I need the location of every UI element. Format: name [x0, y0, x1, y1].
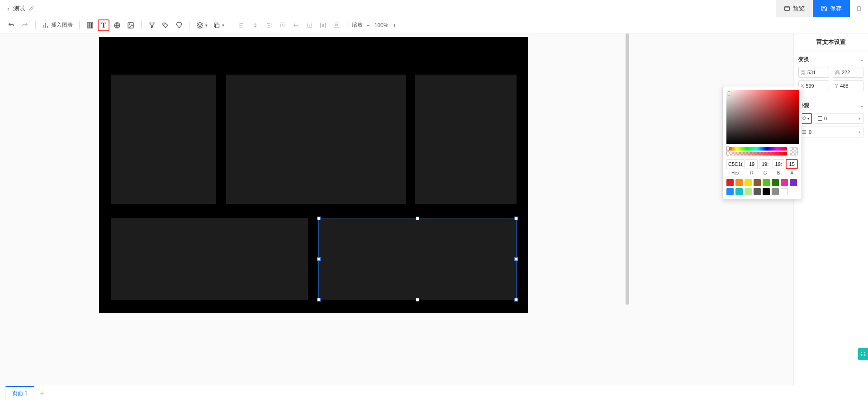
color-swatch[interactable] — [763, 179, 770, 186]
resize-handle[interactable] — [514, 298, 518, 302]
color-swatch[interactable] — [735, 188, 743, 195]
insert-chart-button[interactable]: 插入图表 — [40, 19, 75, 31]
image-tool-button[interactable] — [125, 19, 137, 31]
shape-tool-button[interactable] — [173, 19, 185, 31]
resize-handle[interactable] — [416, 217, 419, 220]
toolbar: 插入图表 T ▾ ▾ 缩放 − 100% + — [0, 17, 868, 33]
redo-button[interactable] — [19, 19, 31, 31]
canvas[interactable] — [99, 37, 528, 313]
color-swatch-none[interactable] — [781, 188, 788, 195]
alpha-thumb[interactable] — [726, 151, 729, 156]
align-right-button[interactable] — [263, 19, 275, 31]
color-gradient[interactable] — [726, 90, 799, 144]
chevron-down-icon[interactable]: ⌄ — [860, 57, 863, 62]
transform-section: 变换 ⌄ 宽 高 X Y — [794, 51, 868, 97]
back-icon[interactable]: ‹ — [7, 5, 9, 12]
right-panel: 富文本设置 变换 ⌄ 宽 高 X Y 外观 ⌄ ▾ 0 ▾ — [793, 33, 868, 401]
width-input[interactable] — [807, 70, 827, 75]
y-input[interactable] — [840, 83, 861, 89]
tag-tool-button[interactable] — [160, 19, 171, 31]
canvas-element[interactable] — [111, 75, 216, 204]
edit-title-icon[interactable] — [28, 6, 34, 11]
help-button[interactable] — [858, 348, 868, 360]
color-swatch[interactable] — [726, 188, 734, 195]
alpha-slider[interactable] — [726, 152, 787, 156]
device-button[interactable] — [850, 0, 868, 17]
svg-rect-2 — [87, 23, 89, 28]
hue-slider[interactable] — [726, 147, 787, 151]
header-right: 预览 保存 — [776, 0, 868, 17]
a-input[interactable] — [786, 159, 798, 169]
zoom-out-button[interactable]: − — [366, 22, 370, 28]
grid-tool-button[interactable] — [84, 19, 96, 31]
align-bottom-button[interactable] — [304, 19, 315, 31]
distribute-v-button[interactable] — [331, 19, 342, 31]
height-input-wrap[interactable]: 高 — [833, 67, 863, 78]
color-swatch[interactable] — [754, 179, 761, 186]
copy-button[interactable]: ▾ — [211, 19, 226, 31]
line-style-select[interactable]: 0 ▾ — [798, 127, 863, 137]
undo-button[interactable] — [5, 19, 17, 31]
canvas-element[interactable] — [415, 75, 517, 204]
zoom-label: 缩放 — [352, 21, 363, 29]
color-swatch[interactable] — [772, 188, 779, 195]
resize-handle[interactable] — [514, 257, 518, 261]
color-swatch[interactable] — [772, 179, 779, 186]
color-swatch[interactable] — [781, 179, 788, 186]
r-input[interactable] — [746, 159, 758, 169]
resize-handle[interactable] — [317, 257, 321, 261]
x-input[interactable] — [806, 83, 827, 89]
bottom-tabs: 页面 1 + — [0, 385, 868, 401]
preview-button[interactable]: 预览 — [776, 0, 813, 17]
color-cursor[interactable] — [727, 92, 731, 95]
canvas-element-selected[interactable] — [318, 218, 517, 300]
width-input-wrap[interactable]: 宽 — [798, 67, 829, 78]
color-swatch[interactable] — [726, 179, 734, 186]
color-swatch[interactable] — [763, 188, 770, 195]
resize-handle[interactable] — [317, 298, 321, 302]
web-tool-button[interactable] — [111, 19, 123, 31]
align-center-h-button[interactable] — [249, 19, 261, 31]
add-page-button[interactable]: + — [36, 387, 48, 399]
g-input[interactable] — [759, 159, 771, 169]
color-swatch[interactable] — [745, 188, 752, 195]
svg-rect-1 — [858, 6, 860, 11]
scrollbar[interactable] — [626, 33, 629, 305]
zoom-in-button[interactable]: + — [393, 22, 396, 28]
save-label: 保存 — [830, 5, 842, 13]
page-tab-1[interactable]: 页面 1 — [5, 386, 34, 400]
layers-button[interactable]: ▾ — [194, 19, 209, 31]
page-title: 测试 — [13, 5, 25, 13]
save-button[interactable]: 保存 — [813, 0, 850, 17]
filter-tool-button[interactable] — [146, 19, 158, 31]
resize-handle[interactable] — [416, 298, 419, 302]
text-tool-button[interactable]: T — [98, 19, 109, 31]
color-swatch[interactable] — [790, 179, 797, 186]
distribute-h-button[interactable] — [317, 19, 329, 31]
header: ‹ 测试 预览 保存 — [0, 0, 868, 17]
resize-handle[interactable] — [514, 217, 518, 220]
b-input[interactable] — [773, 159, 785, 169]
color-swatch[interactable] — [735, 179, 743, 186]
y-input-wrap[interactable]: Y — [833, 80, 863, 91]
canvas-element[interactable] — [111, 218, 308, 300]
color-swatch[interactable] — [754, 188, 761, 195]
canvas-element[interactable] — [226, 75, 406, 204]
hex-input[interactable] — [726, 159, 745, 169]
resize-handle[interactable] — [317, 217, 321, 220]
color-swatch[interactable] — [745, 179, 752, 186]
color-preview — [790, 147, 798, 156]
hue-thumb[interactable] — [726, 146, 729, 151]
headset-icon — [860, 351, 866, 357]
align-top-button[interactable] — [276, 19, 288, 31]
height-input[interactable] — [842, 70, 861, 75]
svg-rect-3 — [90, 23, 91, 28]
x-input-wrap[interactable]: X — [798, 80, 829, 91]
align-left-button[interactable] — [236, 19, 247, 31]
border-icon — [818, 116, 822, 121]
align-center-v-button[interactable] — [290, 19, 302, 31]
svg-rect-0 — [785, 6, 790, 10]
border-width-select[interactable]: 0 ▾ — [815, 113, 863, 124]
chevron-down-icon[interactable]: ⌄ — [860, 103, 863, 108]
color-swatches — [726, 179, 798, 195]
